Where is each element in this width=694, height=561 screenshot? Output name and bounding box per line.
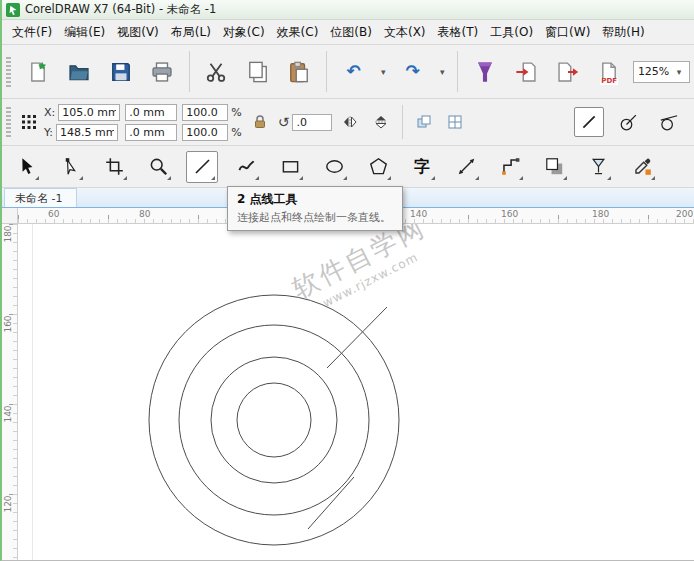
color-eyedropper-tool[interactable] [626, 151, 658, 183]
tooltip-title: 2 点线工具 [237, 191, 393, 208]
percent-label: % [231, 106, 241, 119]
two-point-line-mode-button[interactable] [574, 107, 604, 137]
menu-item-tools[interactable]: 工具(O) [484, 21, 539, 44]
app-logo-icon[interactable] [6, 3, 20, 17]
copy-button[interactable] [240, 54, 275, 90]
ruler-number: 140 [410, 209, 427, 219]
pick-tool[interactable] [10, 151, 42, 183]
menu-item-table[interactable]: 表格(T) [432, 21, 485, 44]
connect-button[interactable] [467, 54, 502, 90]
menu-item-layout[interactable]: 布局(L) [165, 21, 217, 44]
toolbar-drag-handle[interactable] [6, 57, 11, 87]
copy-icon [247, 61, 269, 83]
save-button[interactable] [103, 54, 138, 90]
paste-button[interactable] [281, 54, 316, 90]
grid-icon [447, 114, 463, 130]
layers-icon [416, 114, 432, 130]
ruler-number: 180 [592, 209, 609, 219]
object-position-icon [19, 112, 39, 132]
import-button[interactable] [509, 54, 544, 90]
tangent-line-icon [659, 112, 679, 132]
artistic-media-icon [237, 157, 256, 176]
perpendicular-line-icon [619, 112, 639, 132]
menu-item-text[interactable]: 文本(X) [378, 21, 432, 44]
tangent-line-mode-button[interactable] [654, 107, 684, 137]
toolbar-separator [457, 51, 458, 92]
redo-icon: ↷ [406, 63, 420, 80]
redo-dropdown[interactable]: ▾ [436, 67, 448, 77]
ruler-number: 120 [3, 494, 15, 514]
x-position-label: X: [44, 106, 55, 119]
coreldraw-window: CorelDRAW X7 (64-Bit) - 未命名 -1 文件(F) 编辑(… [0, 0, 694, 561]
connector-tool[interactable] [494, 151, 526, 183]
paste-clipboard-icon [288, 61, 310, 83]
zoom-level-value: 125% [638, 65, 669, 78]
artistic-media-tool[interactable] [230, 151, 262, 183]
ruler-number: 80 [139, 209, 150, 219]
export-button[interactable] [550, 54, 585, 90]
new-document-button[interactable] [20, 54, 55, 90]
undo-button[interactable]: ↶ [336, 54, 371, 90]
menu-item-window[interactable]: 窗口(W) [539, 21, 596, 44]
crop-tool[interactable] [98, 151, 130, 183]
zoom-tool[interactable] [142, 151, 174, 183]
eyedropper-icon [633, 157, 652, 176]
tooltip-description: 连接起点和终点绘制一条直线。 [237, 210, 393, 225]
rectangle-tool[interactable] [274, 151, 306, 183]
menu-item-object[interactable]: 对象(C) [217, 21, 271, 44]
dimension-tool[interactable] [450, 151, 482, 183]
pick-arrow-icon [17, 157, 36, 176]
cut-button[interactable] [199, 54, 234, 90]
perpendicular-line-mode-button[interactable] [614, 107, 644, 137]
shape-arrow-icon [61, 157, 80, 176]
new-document-icon [27, 61, 49, 83]
object-width-field[interactable] [125, 104, 177, 121]
open-folder-icon [68, 61, 90, 83]
document-tab[interactable]: 未命名 -1 [4, 188, 77, 207]
menu-item-bitmaps[interactable]: 位图(B) [324, 21, 378, 44]
vertical-ruler[interactable]: 180 160 140 120 [2, 224, 18, 560]
object-height-field[interactable] [125, 124, 177, 141]
drawing-canvas[interactable]: 软件自学网 www.rjzxw.com [18, 224, 694, 560]
menu-item-view[interactable]: 视图(V) [111, 21, 165, 44]
two-point-line-tool[interactable] [186, 151, 218, 183]
standard-toolbar: ↶ ▾ ↷ ▾ [2, 45, 694, 99]
property-bar-drag-handle[interactable] [6, 107, 11, 137]
undo-dropdown[interactable]: ▾ [377, 67, 389, 77]
transparency-tool[interactable] [582, 151, 614, 183]
ruler-origin[interactable] [2, 208, 18, 224]
ellipse-tool[interactable] [318, 151, 350, 183]
x-position-field[interactable] [58, 104, 120, 121]
lock-ratio-button[interactable] [247, 109, 273, 135]
mirror-vertical-button[interactable] [368, 109, 394, 135]
grid-option-button[interactable] [442, 109, 468, 135]
ruler-number: 140 [3, 404, 15, 424]
menu-item-edit[interactable]: 编辑(E) [58, 21, 111, 44]
drop-shadow-tool[interactable] [538, 151, 570, 183]
shape-tool[interactable] [54, 151, 86, 183]
rotation-angle-field[interactable] [292, 114, 332, 131]
open-button[interactable] [61, 54, 96, 90]
menu-item-file[interactable]: 文件(F) [6, 21, 58, 44]
polygon-tool[interactable] [362, 151, 394, 183]
layers-option-button[interactable] [411, 109, 437, 135]
y-position-field[interactable] [56, 124, 118, 141]
scale-x-field[interactable] [182, 104, 228, 121]
scale-y-field[interactable] [182, 124, 228, 141]
window-title: CorelDRAW X7 (64-Bit) - 未命名 -1 [25, 2, 216, 17]
mirror-horizontal-button[interactable] [337, 109, 363, 135]
print-button[interactable] [144, 54, 179, 90]
menu-item-effects[interactable]: 效果(C) [271, 21, 325, 44]
title-bar: CorelDRAW X7 (64-Bit) - 未命名 -1 [2, 0, 694, 20]
chevron-down-icon: ▾ [673, 67, 685, 77]
undo-icon: ↶ [346, 63, 360, 80]
text-tool[interactable]: 字 [406, 151, 438, 183]
redo-button[interactable]: ↷ [395, 54, 430, 90]
two-point-line-icon [193, 157, 212, 176]
crop-icon [105, 157, 124, 176]
menu-item-help[interactable]: 帮助(H) [596, 21, 650, 44]
corel-connect-icon [474, 61, 496, 83]
zoom-level-select[interactable]: 125% ▾ [633, 61, 690, 83]
pdf-publish-button[interactable]: PDF [591, 54, 626, 90]
magnifier-icon [149, 157, 168, 176]
